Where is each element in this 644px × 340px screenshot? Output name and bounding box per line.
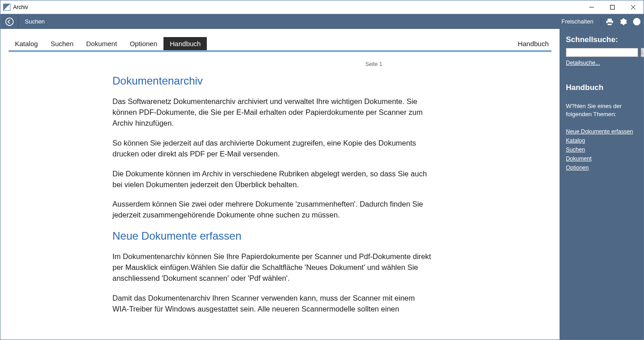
topic-link-optionen[interactable]: Optionen [566,165,637,171]
close-button[interactable] [623,0,644,14]
tab-suchen[interactable]: Suchen [44,37,80,50]
doc-paragraph: So können Sie jederzeit auf das archivie… [112,138,433,160]
unlock-link[interactable]: Freischalten [556,18,599,25]
handbook-help-text: W?hlen Sie eines der folgenden Themen: [566,102,637,118]
doc-paragraph: Damit das Dokumentenarchiv Ihren Scanner… [112,293,433,315]
svg-point-4 [5,18,13,25]
tabs-row: Katalog Suchen Dokument Optionen Handbuc… [9,37,551,52]
maximize-button[interactable] [602,0,623,14]
doc-heading-1: Dokumentenarchiv [112,75,433,87]
svg-point-7 [636,19,637,20]
doc-paragraph: Das Softwarenetz Dokumentenarchiv archiv… [112,96,433,129]
quicksearch-go-button[interactable]: Los [641,48,644,57]
detailsearch-link[interactable]: Detailsuche... [566,60,637,66]
main-area: Katalog Suchen Dokument Optionen Handbuc… [0,29,560,340]
toolbar-search-label[interactable]: Suchen [19,18,51,25]
tab-katalog[interactable]: Katalog [9,37,44,50]
gear-icon[interactable] [616,14,630,29]
print-icon[interactable] [603,14,616,29]
topic-link-neue-dokumente[interactable]: Neue Dokumente erfassen [566,128,637,135]
back-button[interactable] [0,14,19,29]
doc-paragraph: Ausserdem können Sie zwei oder mehrere D… [112,199,433,221]
doc-paragraph: Im Dokumentenarchiv können Sie Ihre Papi… [112,251,433,284]
document-scroll[interactable]: Seite 1 Dokumentenarchiv Das Softwarenet… [9,52,551,340]
doc-paragraph: Die Dokumente können im Archiv in versch… [112,169,433,190]
quicksearch-title: Schnellsuche: [566,35,637,44]
quicksearch-input[interactable] [566,48,638,57]
info-icon[interactable] [630,14,644,29]
topic-link-katalog[interactable]: Katalog [566,137,637,144]
breadcrumb: Handbuch [518,40,551,47]
window-title: Archiv [13,4,28,10]
minimize-button[interactable] [581,0,602,14]
page-number: Seite 1 [365,61,551,67]
tab-optionen[interactable]: Optionen [123,37,163,50]
app-icon [3,4,10,11]
svg-rect-1 [611,5,615,9]
toolbar: Suchen Freischalten [0,14,644,29]
tab-dokument[interactable]: Dokument [80,37,123,50]
titlebar: Archiv [0,0,644,14]
handbook-title: Handbuch [566,83,637,92]
document-content: Dokumentenarchiv Das Softwarenetz Dokume… [112,75,433,315]
topic-link-suchen[interactable]: Suchen [566,146,637,153]
topic-link-dokument[interactable]: Dokument [566,156,637,162]
doc-heading-2: Neue Dokumente erfassen [112,230,433,242]
tab-handbuch[interactable]: Handbuch [163,37,207,50]
sidebar: Schnellsuche: Los Detailsuche... Handbuc… [560,29,644,340]
